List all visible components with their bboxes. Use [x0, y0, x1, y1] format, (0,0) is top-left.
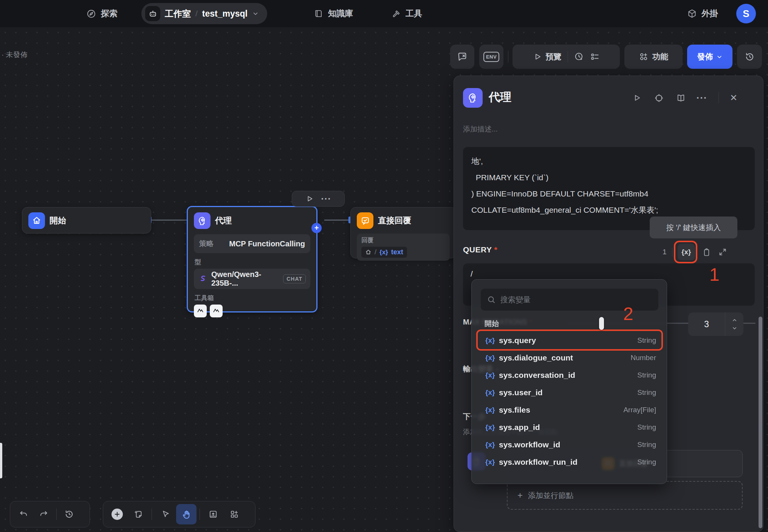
cube-icon [687, 9, 697, 19]
env-icon: ENV [483, 52, 499, 62]
add-note-button[interactable] [128, 504, 149, 524]
export-image-button[interactable] [203, 504, 223, 524]
checklist-icon[interactable] [590, 52, 600, 62]
pointer-tool-button[interactable] [155, 504, 175, 524]
workflow-app: · 未發佈 開始 ··· 代理 [0, 0, 768, 532]
version-history-button[interactable] [737, 45, 762, 69]
undo-redo-toolbar [10, 501, 90, 527]
tool-icon[interactable] [194, 305, 207, 317]
organize-blocks-button[interactable] [224, 504, 245, 524]
variable-icon: {x} [485, 458, 499, 466]
variable-icon: {x} [485, 406, 499, 414]
chevron-down-icon [252, 10, 259, 17]
book-icon [314, 9, 324, 19]
hand-tool-button[interactable] [176, 504, 197, 524]
close-panel-icon[interactable]: ✕ [727, 91, 740, 105]
variable-option[interactable]: {x}sys.app_idString [478, 419, 661, 436]
nav-explore[interactable]: 探索 [86, 0, 118, 27]
description-placeholder[interactable]: 添加描述... [463, 124, 498, 134]
strategy-label: 策略 [199, 239, 214, 249]
variable-option[interactable]: {x}sys.queryString [478, 332, 661, 349]
variable-option[interactable]: {x}sys.filesArray[File] [478, 401, 661, 419]
run-group: 預覽 [513, 45, 620, 69]
nav-knowledge-label: 知識庫 [328, 8, 353, 19]
more-options-icon[interactable]: ··· [695, 91, 709, 105]
strategy-value: MCP FunctionCalling [229, 240, 305, 248]
insert-variable-button[interactable]: {x} [678, 244, 695, 260]
nav-knowledge[interactable]: 知識庫 [314, 0, 353, 27]
required-asterisk: * [494, 245, 497, 254]
iterations-stepper: 3 [688, 312, 743, 336]
code-line: ) ENGINE=InnoDB DEFAULT CHARSET=utf8mb4 [471, 186, 746, 202]
slash-shortcut-tooltip: 按 '/' 鍵快速插入 [650, 217, 737, 238]
preview-button[interactable]: 預覽 [533, 51, 562, 62]
variable-option[interactable]: {x}sys.workflow_idString [478, 436, 661, 453]
variable-icon: {x} [379, 249, 388, 256]
nav-plugins[interactable]: 外掛 [687, 0, 718, 27]
add-parallel-label: 添加並行節點 [528, 490, 573, 501]
variable-option[interactable]: {x}sys.dialogue_countNumber [478, 349, 661, 367]
search-icon [487, 295, 496, 304]
publish-button[interactable]: 發佈 [687, 45, 732, 69]
stepper-down-icon[interactable] [732, 325, 737, 331]
run-node-icon[interactable] [630, 91, 644, 105]
play-icon [533, 52, 542, 61]
add-node-plus-button[interactable]: + [311, 223, 322, 233]
panel-header-divider [718, 92, 719, 103]
search-placeholder: 搜索變量 [500, 295, 531, 305]
model-label: 型 [195, 258, 310, 266]
current-app-name: test_mysql [202, 9, 248, 19]
iterations-value[interactable]: 3 [688, 312, 725, 336]
add-parallel-node-button[interactable]: + 添加並行節點 [507, 481, 743, 510]
iterations-slider-handle[interactable] [599, 317, 604, 330]
nav-tools-label: 工具 [406, 8, 422, 19]
model-provider-icon [198, 274, 207, 283]
nav-explore-label: 探索 [101, 8, 118, 19]
chevron-down-icon [716, 54, 723, 60]
features-button[interactable]: 功能 [624, 45, 683, 69]
model-mode-badge: CHAT [283, 274, 306, 283]
variable-icon: {x} [485, 354, 499, 362]
env-variables-button[interactable]: ENV [479, 45, 503, 69]
node-more-icon[interactable]: ··· [321, 193, 331, 204]
node-agent[interactable]: 代理 + 策略 MCP FunctionCalling 型 Qwen/Qwen3… [187, 206, 317, 312]
query-editor-text: / [471, 269, 473, 278]
stepper-up-icon[interactable] [732, 317, 737, 323]
variable-picker-dropdown: 搜索變量 開始 {x}sys.queryString {x}sys.dialog… [471, 279, 667, 484]
robot-icon [145, 6, 160, 21]
variable-option[interactable]: {x}sys.conversation_idString [478, 367, 661, 384]
redo-button[interactable] [34, 504, 54, 524]
query-toolbar: 1 {x} [663, 244, 727, 260]
model-selector[interactable]: Qwen/Qwen3-235B-... CHAT [194, 269, 310, 289]
expand-icon[interactable] [718, 247, 727, 257]
docs-icon[interactable] [674, 91, 687, 105]
features-icon [639, 52, 649, 62]
left-edge-scrollbar[interactable] [0, 443, 2, 478]
plus-icon: + [517, 490, 523, 501]
chat-debug-button[interactable] [450, 45, 474, 69]
home-icon [365, 249, 372, 255]
copy-icon[interactable] [702, 247, 711, 257]
variable-option[interactable]: {x}sys.workflow_run_idString [478, 453, 661, 471]
edge-start-agent [151, 220, 187, 221]
agent-node-title: 代理 [215, 215, 232, 226]
agent-icon [194, 212, 211, 229]
node-start[interactable]: 開始 [22, 207, 151, 234]
nav-studio[interactable]: 工作室 / test_mysql [141, 3, 267, 24]
line-count: 1 [663, 248, 667, 256]
annotation-number-1: 1 [709, 264, 720, 285]
tool-icon[interactable] [210, 305, 223, 317]
panel-scrollbar[interactable] [759, 317, 762, 528]
undo-button[interactable] [13, 504, 34, 524]
user-avatar[interactable]: S [736, 4, 756, 23]
nav-plugins-label: 外掛 [701, 8, 718, 19]
add-node-button[interactable] [107, 504, 127, 524]
node-answer[interactable]: 直接回覆 回覆 / {x} text [350, 207, 456, 258]
nav-tools[interactable]: 工具 [392, 0, 422, 27]
node-play-icon[interactable] [305, 195, 314, 203]
chip-variable-text: text [391, 248, 403, 256]
run-history-icon[interactable] [574, 52, 584, 62]
history-button[interactable] [59, 504, 79, 524]
focus-node-icon[interactable] [652, 91, 666, 105]
variable-option[interactable]: {x}sys.user_idString [478, 384, 661, 401]
